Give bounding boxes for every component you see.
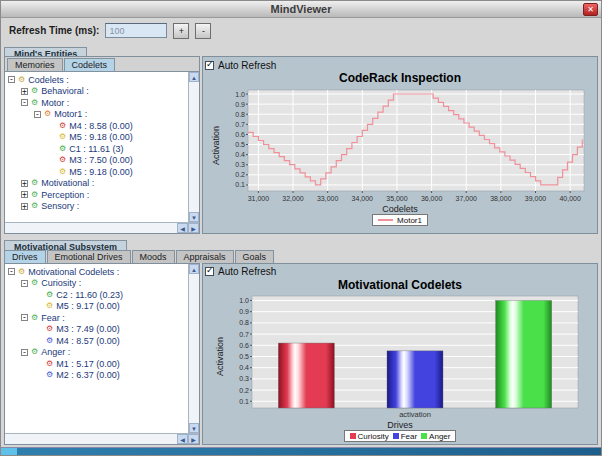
tree-toggle-icon[interactable]: + [21,203,28,210]
tab-memories[interactable]: Memories [7,58,63,71]
vertical-scrollbar-bottom[interactable]: ▲ ▼ [188,264,199,433]
tree-node[interactable]: ⚙M2 : 6.37 (0.00) [6,370,188,382]
legend-series-label: Fear [401,432,417,441]
scroll-left-icon[interactable]: ◀ [177,434,188,444]
tree-node[interactable]: -⚙Fear : [6,312,188,324]
motivational-legend: CuriosityFearAnger [344,430,457,442]
tree-node[interactable]: -⚙Motor1 : [6,109,188,121]
tree-toggle-icon[interactable]: - [21,349,28,356]
codelet-gear-icon: ⚙ [46,291,53,299]
tab-moods[interactable]: Moods [132,250,175,263]
scroll-track[interactable] [189,274,199,423]
titlebar[interactable]: MindViewer ✕ [1,1,601,18]
tab-appraisals[interactable]: Appraisals [176,250,234,263]
tree-node[interactable]: ⚙M3 : 7.50 (0.00) [6,155,188,167]
tree-node[interactable]: +⚙Perception : [6,189,188,201]
svg-text:1.0: 1.0 [235,91,245,98]
tree-toggle-icon[interactable]: - [34,111,41,118]
motivational-codelets-tree: -⚙Motivational Codelets :-⚙Curiosity :⚙C… [5,264,188,433]
legend-series-label: Anger [429,432,450,441]
tree-toggle-icon[interactable]: - [21,280,28,287]
increase-refresh-button[interactable]: + [173,23,189,39]
tree-node[interactable]: ⚙M5 : 9.17 (0.00) [6,301,188,313]
svg-text:32,000: 32,000 [282,195,304,202]
svg-text:37,000: 37,000 [456,195,478,202]
scroll-right-icon[interactable]: ▶ [188,434,199,444]
tree-node[interactable]: ⚙M1 : 5.17 (0.00) [6,358,188,370]
tree-node-label: M5 : 9.17 (0.00) [56,301,120,311]
codelet-gear-icon: ⚙ [31,179,38,187]
mindviewer-window: MindViewer ✕ Refresh Time (ms): + - Mind… [0,0,602,456]
tree-node[interactable]: ⚙C2 : 11.60 (0.23) [6,289,188,301]
tree-node-label: M4 : 8.57 (0.00) [56,336,120,346]
svg-text:34,000: 34,000 [352,195,374,202]
bottom-scrollbar[interactable] [1,447,601,455]
entities-tree-panel: Memories Codelets -⚙Codelets :+⚙Behavior… [4,56,200,234]
motivational-tabs: DrivesEmotional DrivesMoodsAppraisalsGoa… [1,249,601,263]
tree-node-label: M3 : 7.49 (0.00) [56,324,120,334]
tree-toggle-icon[interactable]: + [21,180,28,187]
codelet-gear-icon: ⚙ [18,76,25,84]
svg-text:39,000: 39,000 [525,195,547,202]
tree-node[interactable]: ⚙M3 : 7.49 (0.00) [6,324,188,336]
svg-text:0.7: 0.7 [235,121,245,128]
tree-node[interactable]: ⚙M4 : 8.57 (0.00) [6,335,188,347]
tree-node[interactable]: -⚙Codelets : [6,74,188,86]
tree-node[interactable]: +⚙Behavioral : [6,86,188,98]
tree-node[interactable]: +⚙Motivational : [6,178,188,190]
tree-node[interactable]: ⚙M5 : 9.18 (0.00) [6,166,188,178]
codelet-gear-icon: ⚙ [46,302,53,310]
entities-split: Memories Codelets -⚙Codelets :+⚙Behavior… [1,56,601,234]
tree-node-label: Behavioral : [41,86,89,96]
tab-drives[interactable]: Drives [4,250,46,263]
tree-node[interactable]: -⚙Motivational Codelets : [6,266,188,278]
scroll-down-icon[interactable]: ▼ [189,423,199,433]
legend-item: Anger [421,432,450,441]
tree-toggle-icon[interactable]: - [8,76,15,83]
auto-refresh-top[interactable]: Auto Refresh [205,59,595,71]
scroll-left-icon[interactable]: ◀ [177,223,188,233]
svg-text:36,000: 36,000 [421,195,443,202]
scroll-up-icon[interactable]: ▲ [189,72,199,82]
svg-text:0.2: 0.2 [239,387,249,394]
tree-node[interactable]: -⚙Anger : [6,347,188,359]
tree-toggle-icon[interactable]: - [21,314,28,321]
scroll-down-icon[interactable]: ▼ [189,212,199,222]
close-button[interactable]: ✕ [583,3,598,16]
tree-toggle-icon[interactable]: + [21,191,28,198]
scroll-track[interactable] [189,82,199,212]
horizontal-scrollbar[interactable]: ◀ ▶ [5,222,199,233]
codelet-gear-icon: ⚙ [31,202,38,210]
vertical-scrollbar[interactable]: ▲ ▼ [188,72,199,222]
tree-node[interactable]: -⚙Curiosity : [6,278,188,290]
tree-toggle-icon[interactable]: + [21,88,28,95]
motivational-chart-panel: Auto Refresh Motivational Codelets Activ… [202,263,598,445]
tree-node[interactable]: ⚙M5 : 9.18 (0.00) [6,132,188,144]
checkbox-checked-icon[interactable] [205,61,214,70]
auto-refresh-bottom[interactable]: Auto Refresh [205,266,595,278]
scroll-up-icon[interactable]: ▲ [189,264,199,274]
tree-node[interactable]: +⚙Sensory : [6,201,188,213]
tree-node-label: Anger : [41,347,70,357]
scroll-right-icon[interactable]: ▶ [188,223,199,233]
tree-node[interactable]: -⚙Motor : [6,97,188,109]
tree-toggle-icon[interactable]: - [21,99,28,106]
tab-emotional-drives[interactable]: Emotional Drives [47,250,131,263]
legend-line-sample [378,219,393,221]
tree-node[interactable]: ⚙C1 : 11.61 (3) [6,143,188,155]
codelet-gear-icon: ⚙ [59,133,66,141]
tab-codelets[interactable]: Codelets [64,58,116,71]
svg-text:0.6: 0.6 [235,131,245,138]
decrease-refresh-button[interactable]: - [195,23,211,39]
tree-toggle-icon[interactable]: - [8,268,15,275]
toolbar: Refresh Time (ms): + - [1,18,601,43]
coderack-chart-title: CodeRack Inspection [205,71,595,86]
svg-text:0.6: 0.6 [239,342,249,349]
checkbox-checked-icon[interactable] [205,267,214,276]
auto-refresh-label: Auto Refresh [218,60,276,71]
tree-node[interactable]: ⚙M4 : 8.58 (0.00) [6,120,188,132]
horizontal-scrollbar-bottom[interactable]: ◀ ▶ [5,433,199,444]
tab-goals[interactable]: Goals [235,250,275,263]
legend-series-label: Motor1 [397,216,422,225]
refresh-time-input[interactable] [105,23,167,38]
